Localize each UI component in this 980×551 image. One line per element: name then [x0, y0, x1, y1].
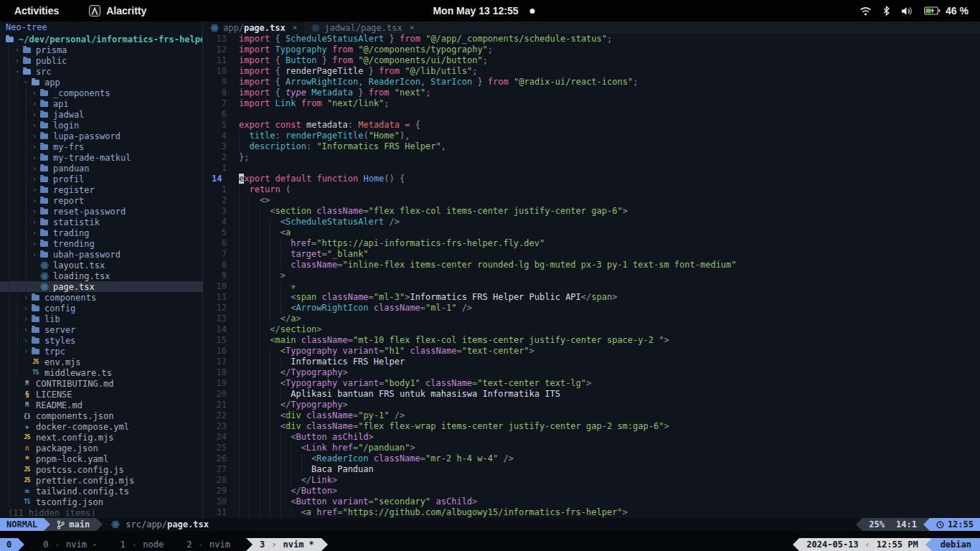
tree-item[interactable]: ›lupa-password — [0, 131, 202, 141]
chevron-right-icon[interactable]: › — [22, 324, 30, 335]
code-line[interactable]: 9> — [203, 270, 980, 281]
code-line[interactable]: 31<a href="https://github.com/albugowy15… — [203, 507, 980, 518]
tree-item[interactable]: JSnext.config.mjs — [0, 432, 202, 443]
tree-item[interactable]: ›public — [0, 55, 202, 66]
chevron-right-icon[interactable]: › — [30, 238, 39, 249]
code-line[interactable]: 7import Link from "next/link"; — [203, 98, 980, 109]
tree-item[interactable]: ›app — [0, 77, 202, 88]
tree-item[interactable]: ›src — [0, 66, 202, 77]
code-line[interactable]: 14</section> — [203, 324, 980, 335]
code-line[interactable]: 17Informatics FRS Helper — [203, 357, 980, 367]
tree-item[interactable]: ›api — [0, 98, 202, 109]
chevron-right-icon[interactable]: › — [30, 98, 39, 109]
code-line[interactable]: 21</Typography> — [203, 400, 980, 410]
code-line[interactable]: 11<span className="ml-3">Informatics FRS… — [203, 292, 980, 303]
code-line[interactable]: 11import { Button } from "@/components/u… — [203, 55, 980, 66]
code-line[interactable]: 29</Button> — [203, 486, 980, 496]
chevron-right-icon[interactable]: › — [13, 55, 22, 66]
code-line[interactable]: 6href="https://api-informatics-frs-helpe… — [203, 238, 980, 249]
code-line[interactable]: 5export const metadata: Metadata = { — [203, 120, 980, 131]
tree-item[interactable]: ›my-frs — [0, 141, 202, 152]
activities-button[interactable]: Activities — [14, 5, 59, 17]
chevron-right-icon[interactable]: › — [30, 120, 39, 131]
chevron-right-icon[interactable]: › — [30, 152, 39, 163]
chevron-right-icon[interactable]: › — [30, 141, 39, 152]
chevron-down-icon[interactable]: › — [21, 78, 32, 87]
code-line[interactable]: 7target="_blank" — [203, 249, 980, 260]
chevron-right-icon[interactable]: › — [22, 292, 30, 303]
tree-item[interactable]: ›profil — [0, 174, 202, 184]
tree-item[interactable]: ›login — [0, 120, 202, 131]
tab-app-page-tsx[interactable]: app/page.tsx × — [203, 22, 304, 34]
tmux-window-0[interactable]: 0›nvim - — [32, 538, 108, 551]
code-line[interactable]: 10✈ — [203, 281, 980, 292]
code-line[interactable]: 3<section className="flex flex-col items… — [203, 206, 980, 217]
tab-jadwal-page-tsx[interactable]: jadwal/page.tsx × — [304, 22, 421, 34]
tree-item[interactable]: ~/dev/personal/informatics-frs-helper — [0, 34, 202, 44]
tree-item[interactable]: ›_components — [0, 88, 202, 98]
tree-item[interactable]: ›styles — [0, 335, 202, 346]
tree-item[interactable]: ›statistik — [0, 217, 202, 227]
code-line[interactable]: 14export default function Home() { — [203, 174, 980, 184]
code-line[interactable]: 24<Button asChild> — [203, 432, 980, 443]
chevron-right-icon[interactable]: › — [22, 335, 30, 346]
system-tray[interactable]: 46 % — [859, 5, 969, 17]
tree-item[interactable]: JSprettier.config.mjs — [0, 475, 202, 486]
code-line[interactable]: 2}; — [203, 152, 980, 163]
tree-item[interactable]: *pnpm-lock.yaml — [0, 453, 202, 464]
tree-item[interactable]: ≈tailwind.config.ts — [0, 486, 202, 496]
code-line[interactable]: 26<ReaderIcon className="mr-2 h-4 w-4" /… — [203, 453, 980, 464]
tree-item[interactable]: ›config — [0, 303, 202, 314]
tree-item[interactable]: MREADME.md — [0, 400, 202, 410]
tree-item[interactable]: ›components — [0, 292, 202, 303]
tree-item[interactable]: {}components.json — [0, 410, 202, 421]
code-line[interactable]: 25<Link href="/panduan"> — [203, 443, 980, 453]
code-line[interactable]: 13import { ScheduleStatusAlert } from "@… — [203, 34, 980, 44]
tree-item[interactable]: ›server — [0, 324, 202, 335]
tree-item[interactable]: MCONTRIBUTING.md — [0, 378, 202, 389]
clock-menu[interactable]: Mon May 13 12:55 — [433, 5, 534, 17]
chevron-right-icon[interactable]: › — [30, 88, 39, 98]
code-line[interactable]: 27Baca Panduan — [203, 464, 980, 475]
tree-item[interactable]: ›trading — [0, 227, 202, 238]
tree-item[interactable]: ›report — [0, 195, 202, 206]
tree-item[interactable]: TStsconfig.json — [0, 496, 202, 507]
chevron-right-icon[interactable]: › — [30, 217, 39, 227]
tmux-window-2[interactable]: 2›nvim — [175, 538, 242, 551]
tree-item[interactable]: layout.tsx — [0, 260, 202, 270]
tree-item[interactable]: ›jadwal — [0, 109, 202, 120]
chevron-right-icon[interactable]: › — [30, 174, 39, 184]
code-line[interactable]: 8import { type Metadata } from "next"; — [203, 88, 980, 98]
tree-item[interactable]: ›trpc — [0, 346, 202, 357]
tree-item[interactable]: loading.tsx — [0, 270, 202, 281]
chevron-right-icon[interactable]: › — [30, 131, 39, 141]
tree-item[interactable]: JSpostcss.config.js — [0, 464, 202, 475]
close-tab-icon[interactable]: × — [410, 23, 415, 32]
chevron-right-icon[interactable]: › — [22, 314, 30, 324]
code-line[interactable]: 4title: renderPageTitle("Home"), — [203, 131, 980, 141]
code-line[interactable]: 4<ScheduleStatusAlert /> — [203, 217, 980, 227]
code-line[interactable]: 30<Button variant="secondary" asChild> — [203, 496, 980, 507]
code-line[interactable]: 10import { renderPageTitle } from "@/lib… — [203, 66, 980, 77]
code-line[interactable]: 13</a> — [203, 314, 980, 324]
chevron-down-icon[interactable]: › — [12, 67, 23, 76]
tree-item[interactable]: ›register — [0, 184, 202, 195]
code-line[interactable]: 1return ( — [203, 184, 980, 195]
tree-item[interactable]: ›reset-password — [0, 206, 202, 217]
code-line[interactable]: 2<> — [203, 195, 980, 206]
tree-item[interactable]: ◈docker-compose.yml — [0, 421, 202, 432]
chevron-right-icon[interactable]: › — [22, 346, 30, 357]
code-line[interactable]: 20Aplikasi bantuan FRS untuk mahasiswa I… — [203, 389, 980, 400]
chevron-right-icon[interactable]: › — [13, 44, 22, 55]
code-line[interactable]: 16<Typography variant="h1" className="te… — [203, 346, 980, 357]
code-line[interactable]: 18</Typography> — [203, 367, 980, 378]
tree-item[interactable]: ›prisma — [0, 44, 202, 55]
code-line[interactable]: 28</Link> — [203, 475, 980, 486]
chevron-right-icon[interactable]: › — [30, 227, 39, 238]
code-line[interactable]: 22<div className="py-1" /> — [203, 410, 980, 421]
code-line[interactable]: 9import { ArrowRightIcon, ReaderIcon, St… — [203, 77, 980, 88]
code-line[interactable]: 19<Typography variant="body1" className=… — [203, 378, 980, 389]
tree-item[interactable]: npackage.json — [0, 443, 202, 453]
tree-item[interactable]: TSmiddleware.ts — [0, 367, 202, 378]
tree-item[interactable]: ›lib — [0, 314, 202, 324]
